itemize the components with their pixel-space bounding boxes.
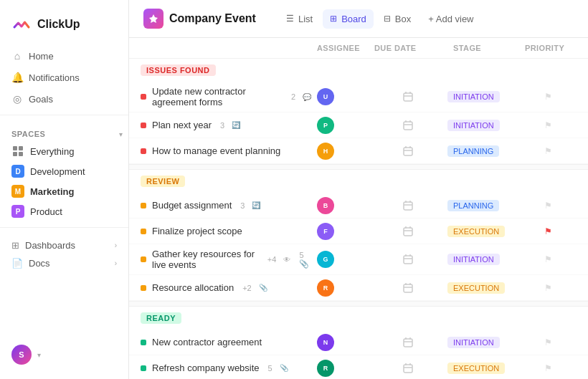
spaces-chevron-icon[interactable]: ▾ xyxy=(119,130,123,138)
header-title-area: Company Event xyxy=(143,9,256,29)
task-count-icon: 🔄 xyxy=(252,201,260,209)
status-badge: PLANNING xyxy=(447,200,499,211)
task-name: Finalize project scope xyxy=(152,226,242,236)
sidebar-item-marketing[interactable]: M Marketing xyxy=(6,181,123,201)
status-cell[interactable]: INITIATION xyxy=(447,254,519,265)
task-dot xyxy=(141,148,146,154)
header: Company Event ☰ List ⊞ Board ⊟ Box + Add… xyxy=(129,0,588,38)
due-date-cell[interactable] xyxy=(369,254,447,265)
tab-box[interactable]: ⊟ Box xyxy=(376,9,418,29)
priority-cell[interactable]: ⚑ xyxy=(519,283,577,293)
col-header-duedate: DUE DATE xyxy=(369,41,447,55)
sidebar-item-product-label: Product xyxy=(30,206,62,217)
sidebar-item-product[interactable]: P Product xyxy=(6,201,123,221)
table-row[interactable]: Plan next year3🔄PINITIATION⚑ xyxy=(129,112,588,138)
table-row[interactable]: New contractor agreementNINITIATION⚑ xyxy=(129,330,588,355)
priority-cell[interactable]: ⚑ xyxy=(519,120,577,130)
sidebar-item-home[interactable]: ⌂ Home xyxy=(6,46,123,66)
priority-cell[interactable]: ⚑ xyxy=(519,201,577,211)
due-date-cell[interactable] xyxy=(369,145,447,157)
sidebar-item-development[interactable]: D Development xyxy=(6,161,123,181)
spaces-section-header: Spaces ▾ xyxy=(0,121,128,141)
table-row[interactable]: Update new contractor agreement forms2💬U… xyxy=(129,82,588,112)
tab-list[interactable]: ☰ List xyxy=(279,9,320,29)
priority-cell[interactable]: ⚑ xyxy=(519,254,577,264)
section-badge-review: REVIEW xyxy=(141,176,185,187)
priority-cell[interactable]: ⚑ xyxy=(519,226,577,236)
spaces-label: Spaces xyxy=(11,130,45,138)
table-row[interactable]: Resource allocation+2📎REXECUTION⚑ xyxy=(129,275,588,301)
status-badge: INITIATION xyxy=(447,91,500,102)
sidebar-item-goals-label: Goals xyxy=(29,94,53,105)
status-cell[interactable]: EXECUTION xyxy=(447,282,519,294)
sidebar-item-docs[interactable]: 📄 Docs › xyxy=(6,254,123,272)
flag-icon: ⚑ xyxy=(544,283,552,293)
sidebar-divider-1 xyxy=(0,115,128,115)
section-issues: ISSUES FOUNDUpdate new contractor agreem… xyxy=(129,59,588,170)
status-cell[interactable]: EXECUTION xyxy=(447,363,519,374)
due-date-cell[interactable] xyxy=(369,226,447,237)
status-badge: EXECUTION xyxy=(447,363,505,374)
task-dot xyxy=(141,203,146,208)
section-divider xyxy=(129,301,588,307)
sidebar-item-goals[interactable]: ◎ Goals xyxy=(6,89,123,109)
section-header-issues: ISSUES FOUND xyxy=(129,59,588,82)
status-cell[interactable]: EXECUTION xyxy=(447,226,519,237)
calendar-icon xyxy=(402,363,414,374)
due-date-cell[interactable] xyxy=(369,200,447,211)
status-cell[interactable]: INITIATION xyxy=(447,337,519,348)
marketing-dot: M xyxy=(11,185,24,198)
table-row[interactable]: Gather key resources for live events+4👁5… xyxy=(129,244,588,275)
task-name: Resource allocation xyxy=(152,282,234,293)
avatar-cell: B xyxy=(311,197,369,214)
task-name-cell: Refresh company website5📎 xyxy=(141,358,311,378)
section-divider xyxy=(129,164,588,170)
table-row[interactable]: How to manage event planningHPLANNING⚑ xyxy=(129,138,588,164)
svg-rect-24 xyxy=(404,284,412,292)
flag-icon: ⚑ xyxy=(544,201,552,211)
status-cell[interactable]: PLANNING xyxy=(447,145,519,157)
task-name: How to manage event planning xyxy=(152,145,280,156)
status-badge: INITIATION xyxy=(447,120,500,131)
spaces-list: Everything D Development M Marketing P P… xyxy=(0,141,128,221)
due-date-cell[interactable] xyxy=(369,363,447,374)
clickup-logo-icon xyxy=(11,14,32,34)
priority-cell[interactable]: ⚑ xyxy=(519,146,577,156)
sidebar-item-docs-label: Docs xyxy=(29,258,50,269)
flag-icon: ⚑ xyxy=(544,226,552,236)
priority-cell[interactable]: ⚑ xyxy=(519,337,577,347)
due-date-cell[interactable] xyxy=(369,282,447,294)
priority-cell[interactable]: ⚑ xyxy=(519,363,577,373)
avatar-cell: U xyxy=(311,88,369,105)
status-cell[interactable]: INITIATION xyxy=(447,91,519,102)
sidebar-item-everything[interactable]: Everything xyxy=(6,141,123,161)
section-header-review: REVIEW xyxy=(129,170,588,193)
task-dot xyxy=(141,365,146,371)
task-extra: 5 📎 xyxy=(299,251,311,269)
flag-icon: ⚑ xyxy=(544,254,552,264)
table-row[interactable]: Refresh company website5📎REXECUTION⚑ xyxy=(129,355,588,379)
col-header-name xyxy=(141,41,311,55)
status-cell[interactable]: INITIATION xyxy=(447,120,519,131)
sidebar-item-dashboards[interactable]: ⊞ Dashboards › xyxy=(6,236,123,254)
calendar-icon xyxy=(402,282,414,294)
avatar-cell: F xyxy=(311,223,369,240)
task-count: +4 xyxy=(267,255,277,264)
priority-cell[interactable]: ⚑ xyxy=(519,92,577,102)
sidebar-item-notifications[interactable]: 🔔 Notifications xyxy=(6,67,123,87)
due-date-cell[interactable] xyxy=(369,120,447,131)
task-count-icon: 🔄 xyxy=(232,121,240,129)
table-row[interactable]: Budget assignment3🔄BPLANNING⚑ xyxy=(129,193,588,219)
table-row[interactable]: Finalize project scopeFEXECUTION⚑ xyxy=(129,219,588,244)
svg-rect-8 xyxy=(404,148,412,155)
add-view-button[interactable]: + Add view xyxy=(421,9,480,29)
sidebar-item-dashboards-label: Dashboards xyxy=(25,240,75,251)
status-cell[interactable]: PLANNING xyxy=(447,200,519,211)
sidebar-item-notifications-label: Notifications xyxy=(29,72,80,83)
flag-icon: ⚑ xyxy=(544,337,552,347)
user-chevron-icon[interactable]: ▾ xyxy=(37,351,41,359)
due-date-cell[interactable] xyxy=(369,91,447,102)
due-date-cell[interactable] xyxy=(369,337,447,348)
task-count: 2 xyxy=(291,92,295,101)
tab-board[interactable]: ⊞ Board xyxy=(323,9,374,29)
